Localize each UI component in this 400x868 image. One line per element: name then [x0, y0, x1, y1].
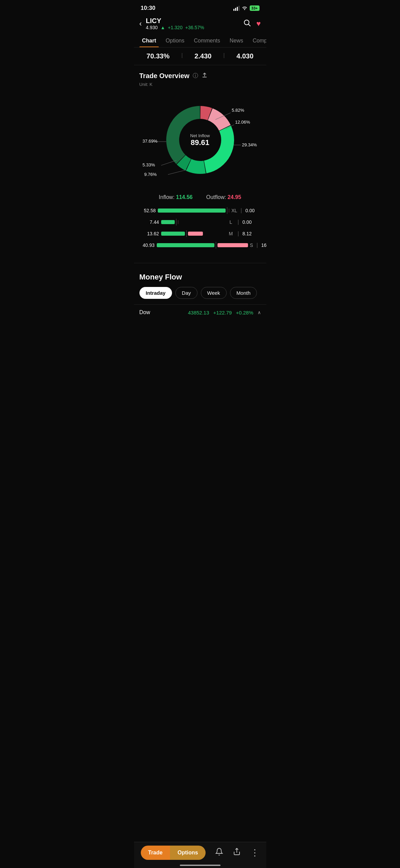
net-inflow-label: Net Inflow — [190, 133, 210, 138]
price-value: 4.930 — [146, 25, 158, 30]
m-left-val: 13.62 — [143, 231, 159, 236]
status-time: 10:30 — [141, 5, 155, 12]
stat-val-1: 70.33% — [147, 52, 170, 60]
info-icon[interactable]: ⓘ — [193, 72, 198, 79]
chevron-up-icon[interactable]: ∧ — [258, 310, 261, 315]
m-green-bar — [161, 232, 185, 236]
s-bar-wrapper — [157, 242, 248, 249]
search-icon[interactable] — [243, 19, 251, 29]
seg2-label: 12.06% — [235, 120, 250, 125]
price-arrow: ▲ — [160, 25, 165, 30]
xl-label: XL — [231, 208, 237, 213]
outflow-value: 24.95 — [228, 194, 241, 200]
xl-bar-wrapper — [158, 207, 229, 214]
ticker-symbol: LICY — [146, 17, 204, 25]
tab-company[interactable]: Company — [248, 34, 266, 47]
xl-right-val: 0.00 — [245, 208, 257, 213]
l-label: L — [227, 219, 234, 225]
seg1-label: 5.82% — [232, 108, 244, 113]
xl-divider — [227, 207, 227, 214]
donut-center: Net Inflow 89.61 — [190, 133, 210, 147]
bar-row-xl: 52.58 XL | 0.00 — [143, 207, 258, 214]
money-flow-title: Money Flow — [139, 273, 261, 282]
status-icons: 33+ — [233, 5, 260, 11]
stat-val-2: 2.430 — [194, 52, 211, 60]
tab-news[interactable]: News — [225, 34, 248, 47]
m-bar-wrapper — [161, 230, 226, 237]
svg-point-0 — [244, 20, 249, 25]
s-label: S — [250, 242, 253, 248]
xl-pink-bar — [229, 209, 229, 213]
bar-row-l: 7.44 L | 0.00 — [143, 219, 258, 225]
m-label: M — [227, 231, 234, 236]
wifi-icon — [242, 5, 248, 11]
price-change: +1.320 — [168, 25, 183, 30]
l-divider — [176, 219, 176, 225]
period-month[interactable]: Month — [230, 287, 257, 299]
svg-line-1 — [249, 24, 251, 26]
seg4-label: 9.76% — [144, 172, 157, 177]
s-divider — [216, 242, 216, 249]
trade-overview-title: Trade Overview — [139, 72, 190, 80]
net-inflow-value: 89.61 — [190, 138, 210, 147]
period-intraday[interactable]: Intraday — [139, 287, 172, 299]
outflow-item: Outflow: 24.95 — [206, 194, 241, 200]
inflow-label: Inflow: — [159, 194, 174, 200]
outflow-label: Outflow: — [206, 194, 226, 200]
trade-overview-section: Trade Overview ⓘ Unit: K — [134, 65, 266, 260]
price-pct: +36.57% — [185, 25, 204, 30]
m-right-val: 8.12 — [243, 231, 258, 236]
xl-left-val: 52.58 — [143, 208, 156, 213]
tab-comments[interactable]: Comments — [189, 34, 225, 47]
nav-tabs: Chart Options Comments News Company — [134, 34, 266, 48]
period-week[interactable]: Week — [201, 287, 227, 299]
stat-val-3: 4.030 — [236, 52, 253, 60]
l-right-val: 0.00 — [243, 219, 258, 225]
seg6-label: 37.69% — [142, 139, 158, 144]
battery-icon: 33+ — [250, 5, 260, 11]
tab-options[interactable]: Options — [161, 34, 189, 47]
signal-icon — [233, 6, 240, 11]
inflow-value: 114.56 — [176, 194, 193, 200]
s-pink-bar — [217, 243, 248, 247]
dow-price: 43852.13 — [188, 310, 209, 315]
header-left: ‹ LICY 4.930 ▲ +1.320 +36.57% — [139, 17, 204, 30]
share-icon[interactable] — [202, 72, 208, 80]
bar-rows: 52.58 XL | 0.00 7.44 L | 0.00 13.62 — [139, 207, 261, 249]
period-day[interactable]: Day — [175, 287, 197, 299]
bar-row-m: 13.62 M | 8.12 — [143, 230, 258, 237]
l-green-bar — [161, 220, 175, 224]
flow-summary: Inflow: 114.56 Outflow: 24.95 — [139, 194, 261, 200]
inflow-item: Inflow: 114.56 — [159, 194, 193, 200]
dow-change: +122.79 — [213, 310, 232, 315]
dow-pct: +0.28% — [236, 310, 253, 315]
label-line-5 — [161, 160, 176, 165]
bar-row-s: 40.93 S | 16.83 — [143, 242, 258, 249]
s-left-val: 40.93 — [143, 242, 155, 248]
tab-chart[interactable]: Chart — [137, 34, 161, 47]
heart-icon[interactable]: ♥ — [256, 19, 261, 28]
label-line-4 — [168, 170, 187, 175]
section-header: Trade Overview ⓘ — [139, 72, 261, 80]
header-right: ♥ — [243, 19, 261, 29]
l-pink-bar — [178, 220, 178, 224]
dow-name: Dow — [139, 309, 150, 315]
dow-right: 43852.13 +122.79 +0.28% ∧ — [188, 310, 261, 315]
back-button[interactable]: ‹ — [139, 19, 142, 28]
l-bar-wrapper — [161, 219, 226, 225]
s-right-val: 16.83 — [261, 242, 266, 248]
xl-green-bar — [158, 209, 226, 213]
section-divider — [134, 263, 266, 263]
money-flow-section: Money Flow Intraday Day Week Month — [134, 266, 266, 299]
l-left-val: 7.44 — [143, 219, 159, 225]
ticker-price-row: 4.930 ▲ +1.320 +36.57% — [146, 25, 204, 30]
status-bar: 10:30 33+ — [134, 0, 266, 14]
seg5-label: 5.33% — [142, 162, 155, 167]
s-green-bar — [157, 243, 214, 247]
unit-label: Unit: K — [139, 82, 261, 87]
ticker-info: LICY 4.930 ▲ +1.320 +36.57% — [146, 17, 204, 30]
seg3-label: 29.34% — [242, 142, 257, 147]
period-tabs: Intraday Day Week Month — [139, 287, 261, 299]
m-divider — [186, 230, 187, 237]
dow-ticker-bar: Dow 43852.13 +122.79 +0.28% ∧ — [134, 304, 266, 320]
